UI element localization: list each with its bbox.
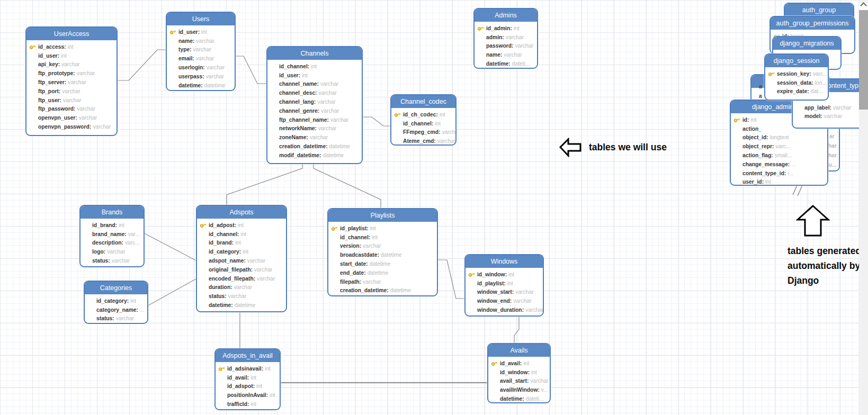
field-type: varchar	[62, 88, 80, 94]
field-name: id_category:	[96, 298, 129, 304]
left-block-arrow-icon	[559, 138, 581, 157]
field-row: category_name:...	[85, 305, 147, 314]
field-row: avail_start:varchar	[488, 377, 550, 386]
field-row: datetime:datetime	[167, 81, 235, 90]
field-type: int	[751, 117, 757, 123]
field-row: id_user:int	[167, 28, 235, 37]
key-gutter	[394, 111, 403, 118]
table-title[interactable]: Channel_codec	[391, 95, 455, 108]
scrollbar-thumb[interactable]	[859, 10, 868, 110]
field-name: category_name:	[96, 307, 138, 313]
table-fields: id_adsinavail:intid_avail:intid_adspot:i…	[216, 362, 280, 409]
field-row: datetime:dateti...	[475, 59, 537, 68]
field-name: id_window:	[477, 272, 507, 277]
key-gutter	[169, 29, 178, 35]
field-name: window_duration:	[477, 307, 524, 313]
field-row: Ateme_cmd:varchar	[391, 137, 455, 146]
table-admins[interactable]: Adminsid_admin:intadmin:varcharpassword:…	[473, 8, 538, 69]
table-title[interactable]: auth_group_permissions	[771, 17, 854, 30]
field-name: ftp_password:	[38, 106, 75, 112]
table-useraccess[interactable]: UserAccessid_access:intid_user:intapi_ke…	[25, 26, 118, 136]
field-row: trafficId:int	[216, 400, 280, 409]
field-name: id_channel:	[340, 234, 370, 240]
table-title[interactable]: Admins	[475, 9, 537, 22]
table-windows[interactable]: Windowsid_window:intid_playlist:intwindo…	[464, 254, 544, 317]
field-name: ftp_channel_name:	[279, 117, 329, 123]
field-type: varchar	[506, 34, 524, 40]
field-name: type:	[178, 47, 192, 52]
table-title[interactable]: auth_group	[785, 4, 853, 16]
table-title[interactable]: Windows	[466, 255, 543, 268]
field-type: i...	[788, 170, 793, 176]
table-title[interactable]: Users	[167, 13, 235, 25]
table-title[interactable]: Categories	[85, 282, 147, 294]
field-row: window_duration:varchar	[466, 305, 543, 314]
table-fields: id_category:intcategory_name:...status:v…	[85, 294, 147, 323]
field-name: channel_genre:	[279, 108, 319, 114]
table-categories[interactable]: Categoriesid_category:intcategory_name:.…	[84, 281, 148, 324]
field-name: broadcastdate:	[340, 252, 379, 258]
table-users[interactable]: Usersid_user:intname:varchartype:varchar…	[166, 12, 236, 91]
table-title[interactable]: Adspots_in_avail	[216, 349, 280, 362]
field-row: object_repr:varc...	[731, 142, 827, 151]
field-name: datetime:	[178, 83, 203, 88]
table-fields: session_key:varc...session_data:lon...ex…	[765, 67, 828, 96]
annotation-text: tables we will use	[589, 142, 667, 153]
field-type: varchar	[77, 106, 95, 112]
table-channels[interactable]: Channelsid_channel:intid_user:intchannel…	[266, 46, 363, 164]
text-fragment: har	[828, 152, 837, 158]
field-row: start_date:datetime	[328, 259, 437, 268]
table-channel-codec[interactable]: Channel_codecid_ch_codec:intid_channel:i…	[390, 94, 457, 146]
field-type: datetime	[323, 152, 344, 158]
table-adspots-in-avail[interactable]: Adspots_in_availid_adsinavail:intid_avai…	[214, 348, 281, 410]
table-brands[interactable]: Brandsid_brand:intbrand_name:var...descr…	[79, 205, 145, 267]
field-type: varchar	[504, 52, 522, 58]
text-fragment: a	[759, 93, 762, 99]
field-type: v...	[541, 387, 548, 393]
field-type: int	[119, 222, 124, 228]
text-fragment: a	[759, 84, 762, 89]
table-adspots[interactable]: Adspotsid_adpost:intid_channel:intid_bra…	[196, 205, 287, 312]
table-avails[interactable]: Availsid_avail:intid_window:intavail_sta…	[487, 343, 551, 403]
field-type: varchar	[206, 74, 224, 79]
text-fragment: har	[828, 143, 837, 149]
field-row: ftp_channel_name:varchar	[267, 115, 362, 124]
table-fields: id_access:intid_user:intapi_key:varcharf…	[26, 40, 117, 131]
field-name: channel_name:	[279, 81, 319, 87]
table-title[interactable]: django_migrations	[773, 37, 840, 50]
field-row: duration:varchar	[197, 283, 286, 292]
field-row: session_key:varc...	[765, 69, 828, 78]
field-type: varchar	[330, 117, 348, 123]
table-fields: id_avail:intid_window:intavail_start:var…	[488, 357, 550, 403]
table-title[interactable]: Brands	[80, 206, 144, 219]
table-title[interactable]: UserAccess	[26, 28, 117, 40]
diagram-canvas[interactable]: UserAccessid_access:intid_user:intapi_ke…	[0, 0, 868, 415]
field-name: trafficId:	[227, 401, 249, 407]
field-row: datetime:dateti...	[488, 394, 550, 403]
field-type: varchar	[207, 65, 225, 70]
table-title[interactable]: Avails	[488, 344, 550, 357]
relationship-line	[236, 56, 266, 84]
field-name: ftp_user:	[38, 97, 61, 103]
field-type: varc...	[776, 143, 791, 149]
table-title[interactable]: Playlists	[328, 209, 437, 222]
key-gutter	[491, 360, 500, 367]
table-django-session[interactable]: django_sessionsession_key:varc...session…	[764, 53, 829, 101]
field-row: id_avail:int	[488, 359, 550, 368]
field-row: logo:varchar	[80, 247, 144, 256]
field-name: duration:	[209, 284, 232, 290]
field-row: ftp_password:varchar	[26, 105, 117, 114]
vertical-scrollbar[interactable]	[859, 0, 868, 415]
field-row: id_channel:int	[328, 233, 437, 242]
field-name: id_brand:	[92, 222, 117, 228]
field-type: varchar	[112, 258, 130, 264]
field-type: datetime	[381, 252, 402, 258]
field-name: openvpn_user:	[38, 115, 77, 121]
table-title[interactable]: Channels	[267, 47, 362, 60]
table-playlists[interactable]: Playlistsid_playlist:intid_channel:intve…	[327, 208, 438, 296]
field-name: id_ch_codec:	[403, 112, 438, 118]
table-title[interactable]: Adspots	[197, 206, 286, 219]
field-row: type:varchar	[167, 46, 235, 55]
table-title[interactable]: django_session	[765, 55, 828, 67]
field-name: zoneName:	[279, 134, 308, 140]
